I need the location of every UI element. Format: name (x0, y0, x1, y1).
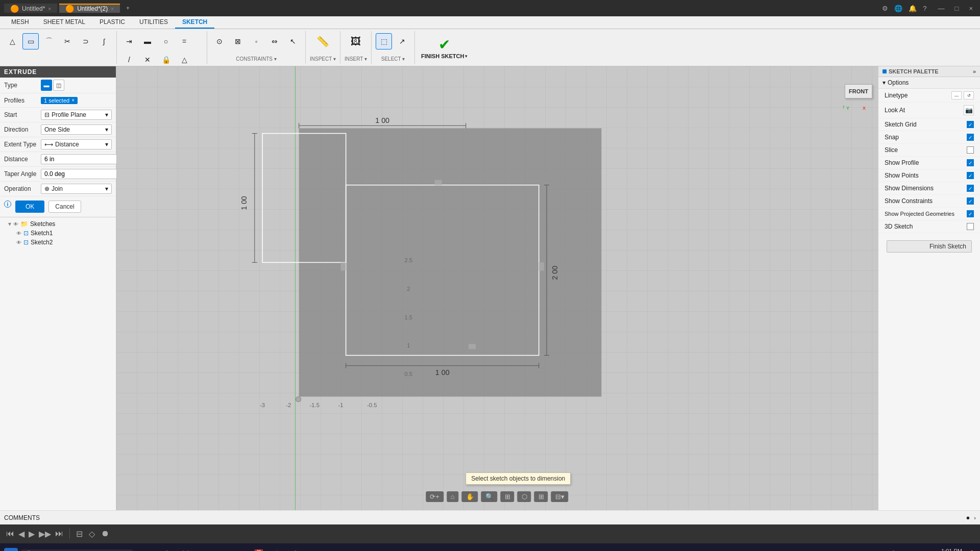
tree-sketches[interactable]: ▾ 👁 📁 Sketches (0, 219, 116, 229)
sketch-grid-checkbox[interactable] (967, 121, 974, 128)
view-cube[interactable]: FRONT ↑ Y X (837, 77, 868, 107)
rect2-icon[interactable]: ▬ (139, 33, 156, 49)
eye-icon[interactable]: 👁 (13, 221, 18, 227)
start-button[interactable]: ⊞ (4, 548, 18, 551)
eye2-icon[interactable]: 👁 (16, 231, 21, 236)
new-tab-btn[interactable]: + (122, 4, 134, 13)
line-icon[interactable]: △ (4, 33, 20, 49)
app7-icon[interactable]: ⬡ (269, 546, 285, 552)
pan-btn[interactable]: ✋ (462, 491, 478, 502)
tab-sheet-metal[interactable]: SHEET METAL (36, 16, 92, 29)
store-icon[interactable]: 🛍 (195, 546, 212, 552)
scissors-icon[interactable]: ✂ (59, 33, 76, 49)
help-icon[interactable]: ? (923, 5, 926, 12)
info-icon[interactable]: i (4, 201, 11, 208)
step-forward-icon[interactable]: ▶▶ (39, 529, 51, 539)
rect-icon[interactable]: ▭ (22, 33, 39, 49)
inspect-label[interactable]: INSPECT ▾ (310, 56, 336, 62)
keyframe-icon[interactable]: ◇ (89, 529, 95, 539)
profile-chip[interactable]: 1 selected × (41, 97, 78, 104)
mirror-icon[interactable]: ⇔ (266, 33, 283, 49)
zoom-btn[interactable]: 🔍 (481, 491, 498, 502)
palette-collapse-icon[interactable]: » (973, 68, 976, 74)
calendar-icon[interactable]: 📅 (251, 546, 267, 552)
look-at-btn[interactable]: 📷 (964, 105, 974, 115)
operation-select[interactable]: ⊕ Join ▾ (41, 184, 112, 194)
tab-utilities[interactable]: UTILITIES (132, 16, 175, 29)
profile-chip-clear[interactable]: × (71, 97, 75, 103)
direction-select[interactable]: One Side ▾ (41, 124, 112, 135)
arc2-icon[interactable]: ∫ (96, 33, 112, 49)
home-btn[interactable]: ⌂ (447, 491, 459, 502)
taskbar-search[interactable]: 🔍 Type here to search (21, 549, 133, 552)
snap-checkbox[interactable] (967, 134, 974, 141)
lock-icon[interactable]: 🔒 (158, 52, 174, 68)
skip-start-icon[interactable]: ⏮ (6, 529, 14, 538)
palette-finish-btn[interactable]: Finish Sketch (887, 240, 972, 253)
skip-end-icon[interactable]: ⏭ (55, 529, 63, 538)
equals-icon[interactable]: = (176, 33, 192, 49)
edge-icon[interactable]: ⬡ (159, 546, 175, 552)
show-projected-checkbox[interactable] (967, 210, 974, 217)
minimize-btn[interactable]: — (935, 4, 948, 13)
task-view-icon[interactable]: ⊞ (140, 546, 157, 552)
tab-sketch[interactable]: SKETCH (175, 16, 214, 29)
options-section[interactable]: ▾ Options (878, 77, 980, 89)
extent-type-select[interactable]: ⟷ Distance ▾ (41, 139, 112, 149)
step-back-icon[interactable]: ◀ (18, 529, 24, 539)
comments-toggle-icon[interactable]: ● (966, 514, 970, 521)
slice-checkbox[interactable] (967, 146, 974, 154)
record-icon[interactable]: ⏺ (101, 529, 109, 538)
maximize-btn[interactable]: □ (952, 4, 962, 13)
cancel-button[interactable]: Cancel (48, 201, 81, 213)
app8-icon[interactable]: ⬡ (287, 546, 304, 552)
tab-mesh[interactable]: MESH (4, 16, 36, 29)
gear-icon[interactable]: ⚙ (882, 5, 888, 12)
select-icon[interactable]: ⬚ (376, 33, 392, 49)
image-icon[interactable]: 🖼 (348, 33, 364, 49)
fillet-icon[interactable]: ⊃ (78, 33, 94, 49)
tab1-close[interactable]: × (48, 6, 51, 12)
show-profile-checkbox[interactable] (967, 159, 974, 166)
distance-input[interactable] (41, 154, 125, 164)
circle-icon[interactable]: ○ (158, 33, 174, 49)
ruler-icon[interactable]: 📏 (314, 33, 331, 49)
offset-icon[interactable]: ⇥ (121, 33, 137, 49)
chrome-icon[interactable]: ◉ (232, 546, 249, 552)
zoom-fit-btn[interactable]: ⊞ (501, 491, 514, 502)
arrow-icon[interactable]: ↗ (394, 33, 410, 49)
start-select[interactable]: ⊟ Profile Plane ▾ (41, 110, 112, 120)
arc-icon[interactable]: ⌒ (41, 33, 57, 49)
view-btn[interactable]: ⊟▾ (551, 491, 569, 502)
ok-button[interactable]: OK (15, 201, 44, 213)
comments-arrow-icon[interactable]: › (974, 515, 976, 521)
tab2-close[interactable]: × (111, 6, 114, 12)
x-icon[interactable]: ✕ (139, 52, 156, 68)
show-constraints-checkbox[interactable] (967, 197, 974, 205)
tab-untitled1[interactable]: 🟠 Untitled* × (4, 4, 57, 13)
insert-label[interactable]: INSERT ▾ (345, 56, 367, 62)
tab-plastic[interactable]: PLASTIC (92, 16, 132, 29)
orbit-btn[interactable]: ⟳+ (426, 491, 444, 502)
tree-sketch2[interactable]: 👁 ⊡ Sketch2 (0, 238, 116, 247)
show-points-checkbox[interactable] (967, 172, 974, 179)
type-surface-btn[interactable]: ◫ (53, 80, 64, 91)
eye3-icon[interactable]: 👁 (16, 240, 21, 245)
finish-sketch-btn[interactable]: ✔ FINISH SKETCH ▾ (415, 33, 474, 62)
file-explorer-icon[interactable]: 📁 (177, 546, 193, 552)
show-dimensions-checkbox[interactable] (967, 185, 974, 192)
type-solid-btn[interactable]: ▬ (41, 80, 52, 91)
close-btn[interactable]: × (966, 4, 976, 13)
constraints-label[interactable]: CONSTRAINTS ▾ (236, 56, 276, 62)
viewport[interactable]: 1 00 1 00 1 00 2 00 -3 -2 -1.5 (116, 66, 878, 510)
tab-untitled2[interactable]: 🟠 Untitled*(2) × (59, 4, 120, 13)
triangle-icon[interactable]: △ (176, 52, 192, 68)
constraint2-icon[interactable]: ⊠ (230, 33, 246, 49)
slash-icon[interactable]: / (121, 52, 137, 68)
timeline-icon[interactable]: ⊟ (76, 529, 83, 539)
circle2-icon[interactable]: ⊙ (211, 33, 228, 49)
globe-icon[interactable]: 🌐 (894, 5, 902, 12)
play-icon[interactable]: ▶ (29, 529, 35, 539)
linetype-solid-icon[interactable]: — (951, 91, 962, 99)
select-label[interactable]: SELECT ▾ (381, 56, 405, 62)
